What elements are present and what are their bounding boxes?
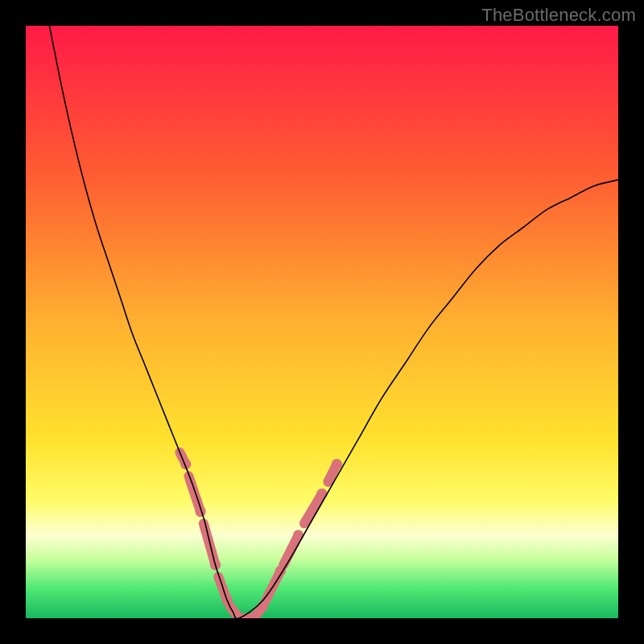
- speckle-dot: [332, 459, 342, 469]
- chart-plot-area: [26, 26, 618, 618]
- speckle-dot: [316, 489, 327, 499]
- chart-background: [26, 26, 618, 618]
- watermark-text: TheBottleneck.com: [481, 5, 636, 26]
- chart-frame: TheBottleneck.com: [0, 0, 644, 644]
- chart-svg: [26, 26, 618, 618]
